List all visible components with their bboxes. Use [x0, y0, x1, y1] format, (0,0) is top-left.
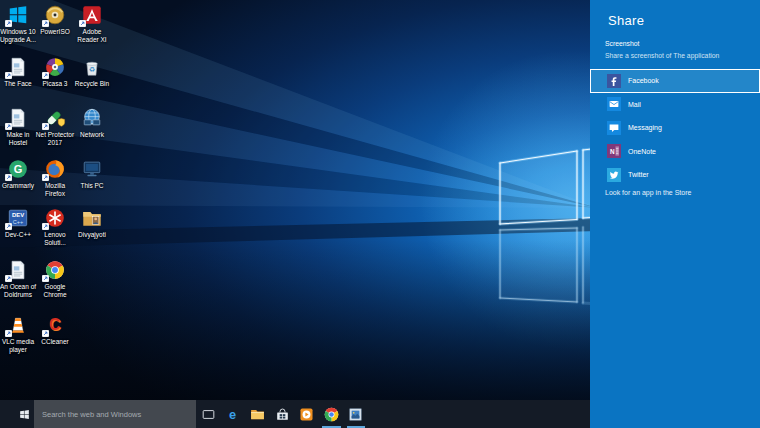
- shortcut-arrow-icon: [42, 123, 49, 130]
- document-icon: [7, 259, 29, 281]
- shortcut-arrow-icon: [5, 330, 12, 337]
- desktop-icon-label: An Ocean ofDoldrums: [0, 283, 38, 298]
- this-pc-icon: [81, 158, 103, 180]
- shortcut-arrow-icon: [5, 20, 12, 27]
- share-target-messaging[interactable]: Messaging: [590, 116, 760, 140]
- desktop-icon-adobe-reader-xi[interactable]: AdobeReader XI: [72, 4, 112, 43]
- svg-text:C: C: [49, 316, 60, 333]
- task-view-icon: [200, 406, 217, 423]
- lenovo-icon: [44, 207, 66, 229]
- desktop-icon-poweriso[interactable]: PowerISO: [35, 4, 75, 36]
- twitter-icon: [607, 168, 621, 182]
- desktop-icon-label: Divyajyoti: [72, 231, 112, 239]
- shortcut-arrow-icon: [42, 174, 49, 181]
- task-view-button[interactable]: [196, 400, 221, 428]
- edge-icon: e: [224, 406, 241, 423]
- desktop-icon-dev-c[interactable]: DEVC++Dev-C++: [0, 207, 38, 239]
- desktop-icon-label: VLC mediaplayer: [0, 338, 38, 353]
- document-icon: [7, 56, 29, 78]
- svg-text:DEV: DEV: [12, 212, 24, 218]
- picasa-icon: [44, 56, 66, 78]
- desktop-icon-label: Recycle Bin: [72, 80, 112, 88]
- chrome-icon: [323, 406, 340, 423]
- firefox-icon: [44, 158, 66, 180]
- taskbar-app-area: e: [196, 400, 368, 428]
- desktop-icon-picasa-3[interactable]: Picasa 3: [35, 56, 75, 88]
- share-target-mail[interactable]: Mail: [590, 93, 760, 117]
- desktop-icon-the-face[interactable]: The Face: [0, 56, 38, 88]
- desktop-icon-ccleaner[interactable]: CCCCleaner: [35, 314, 75, 346]
- share-description: Share a screenshot of The application: [605, 52, 719, 59]
- ccleaner-icon: CC: [44, 314, 66, 336]
- windows-icon: [7, 4, 29, 26]
- start-button[interactable]: [0, 400, 34, 428]
- shortcut-arrow-icon: [5, 275, 12, 282]
- desktop-icon-label: Grammarly: [0, 182, 38, 190]
- taskbar-search-box: [34, 400, 196, 428]
- shortcut-arrow-icon: [42, 20, 49, 27]
- edge-button[interactable]: e: [221, 400, 246, 428]
- desktop-icon-network[interactable]: Network: [72, 107, 112, 139]
- share-target-onenote[interactable]: NOneNote: [590, 140, 760, 164]
- desktop-icon-windows-10-upgrade-a[interactable]: Windows 10Upgrade A...: [0, 4, 38, 43]
- shortcut-arrow-icon: [42, 275, 49, 282]
- net-protector-icon: [44, 107, 66, 129]
- media-player-button[interactable]: [294, 400, 319, 428]
- shortcut-arrow-icon: [42, 72, 49, 79]
- desktop-icon-make-in-hostel[interactable]: Make inHostel: [0, 107, 38, 146]
- desktop-icon-an-ocean-of-doldrums[interactable]: An Ocean ofDoldrums: [0, 259, 38, 298]
- desktop-icon-label: LenovoSoluti...: [35, 231, 75, 246]
- desktop-icon-label: AdobeReader XI: [72, 28, 112, 43]
- desktop-icon-label: Net Protector2017: [35, 131, 75, 146]
- desktop-icon-label: PowerISO: [35, 28, 75, 36]
- onenote-icon: N: [607, 144, 621, 158]
- desktop-icon-label: MozillaFirefox: [35, 182, 75, 197]
- share-target-facebook[interactable]: Facebook: [590, 69, 760, 93]
- share-target-twitter[interactable]: Twitter: [590, 163, 760, 187]
- desktop-icon-net-protector-2017[interactable]: Net Protector2017: [35, 107, 75, 146]
- share-target-label: OneNote: [628, 148, 656, 155]
- desktop-icon-grammarly[interactable]: GGrammarly: [0, 158, 38, 190]
- recycle-bin-icon: ♻: [81, 56, 103, 78]
- desktop-icon-label: Network: [72, 131, 112, 139]
- desktop-icon-lenovo-soluti[interactable]: LenovoSoluti...: [35, 207, 75, 246]
- share-subtitle: Screenshot: [605, 40, 639, 47]
- file-explorer-button[interactable]: [245, 400, 270, 428]
- share-target-label: Facebook: [628, 77, 659, 84]
- desktop-icon-vlc-media-player[interactable]: VLC mediaplayer: [0, 314, 38, 353]
- desktop-icon-mozilla-firefox[interactable]: MozillaFirefox: [35, 158, 75, 197]
- desktop-icon-this-pc[interactable]: This PC: [72, 158, 112, 190]
- shortcut-arrow-icon: [42, 223, 49, 230]
- chrome-button[interactable]: [319, 400, 344, 428]
- file-explorer-icon: [249, 406, 266, 423]
- shortcut-arrow-icon: [5, 223, 12, 230]
- document-icon: [7, 107, 29, 129]
- network-icon: [81, 107, 103, 129]
- desktop-icon-label: The Face: [0, 80, 38, 88]
- shortcut-arrow-icon: [5, 123, 12, 130]
- adobe-reader-icon: [81, 4, 103, 26]
- store-button[interactable]: [270, 400, 295, 428]
- user-folder-icon: [81, 207, 103, 229]
- store-link[interactable]: Look for an app in the Store: [605, 189, 691, 196]
- shortcut-arrow-icon: [5, 174, 12, 181]
- store-icon: [274, 406, 291, 423]
- share-target-label: Mail: [628, 101, 641, 108]
- share-target-label: Twitter: [628, 171, 649, 178]
- share-target-label: Messaging: [628, 124, 662, 131]
- windows-logo-icon: [18, 408, 31, 421]
- desktop-icon-label: This PC: [72, 182, 112, 190]
- photos-icon: [347, 406, 364, 423]
- search-input[interactable]: [34, 400, 196, 428]
- desktop-icon-google-chrome[interactable]: GoogleChrome: [35, 259, 75, 298]
- desktop-icon-label: Dev-C++: [0, 231, 38, 239]
- desktop-icon-divyajyoti[interactable]: Divyajyoti: [72, 207, 112, 239]
- desktop-icon-recycle-bin[interactable]: ♻Recycle Bin: [72, 56, 112, 88]
- share-panel-title: Share: [608, 13, 644, 28]
- media-player-icon: [298, 406, 315, 423]
- shortcut-arrow-icon: [42, 330, 49, 337]
- photos-button[interactable]: [344, 400, 369, 428]
- desktop-icon-label: CCleaner: [35, 338, 75, 346]
- grammarly-icon: G: [7, 158, 29, 180]
- desktop-icon-label: Picasa 3: [35, 80, 75, 88]
